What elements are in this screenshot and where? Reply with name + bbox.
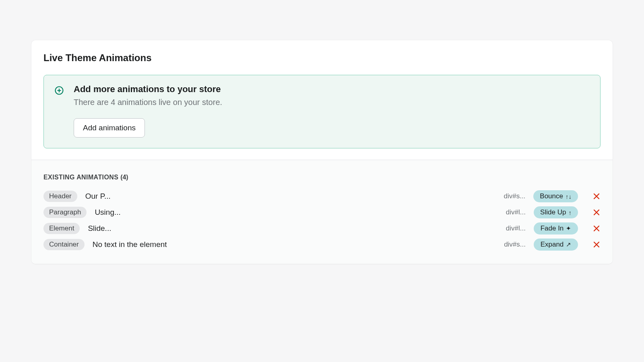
animation-type-pill[interactable]: Expand↗ [534, 239, 578, 251]
animation-row: ElementSlide...div#l...Fade In✦ [43, 220, 601, 237]
element-content-text: No text in the element [93, 240, 167, 249]
section-count: (4) [120, 174, 128, 181]
element-selector: div#l... [493, 224, 526, 232]
element-selector: div#s... [493, 241, 526, 249]
element-selector: div#l... [493, 208, 526, 216]
animation-row: ParagraphUsing...div#l...Slide Up↑ [43, 204, 601, 220]
animation-type-pill[interactable]: Slide Up↑ [534, 206, 578, 218]
section-label-text: EXISTING ANIMATIONS [43, 174, 118, 181]
card-top: Live Theme Animations Add more animation… [31, 40, 613, 160]
animation-type-pill[interactable]: Bounce↑↓ [533, 190, 578, 202]
card-bottom: EXISTING ANIMATIONS (4) HeaderOur P...di… [31, 160, 613, 264]
banner-subtext: There are 4 animations live on your stor… [74, 98, 590, 107]
animation-row: ContainerNo text in the elementdiv#s...E… [43, 237, 601, 253]
element-content-text: Slide... [88, 224, 111, 233]
element-selector: div#s... [493, 192, 525, 200]
animations-list: HeaderOur P...div#s...Bounce↑↓ParagraphU… [43, 188, 601, 253]
animation-row: HeaderOur P...div#s...Bounce↑↓ [43, 188, 601, 204]
banner-heading: Add more animations to your store [74, 84, 590, 95]
animation-name: Expand [541, 241, 564, 249]
element-type-tag: Header [43, 191, 77, 202]
delete-icon[interactable] [592, 241, 601, 249]
animations-card: Live Theme Animations Add more animation… [31, 40, 613, 264]
element-type-tag: Element [43, 223, 80, 234]
add-circle-icon [54, 86, 64, 95]
page-title: Live Theme Animations [43, 52, 601, 64]
info-banner: Add more animations to your store There … [43, 75, 601, 148]
existing-animations-label: EXISTING ANIMATIONS (4) [43, 174, 601, 181]
animation-glyph-icon: ↗ [566, 241, 571, 248]
animation-glyph-icon: ✦ [566, 225, 571, 232]
banner-body: Add more animations to your store There … [74, 84, 590, 138]
element-type-tag: Container [43, 239, 85, 250]
animation-glyph-icon: ↑↓ [566, 193, 572, 200]
animation-name: Bounce [540, 192, 563, 200]
animation-name: Fade In [541, 224, 564, 232]
animation-name: Slide Up [540, 208, 566, 216]
element-content-text: Our P... [85, 192, 111, 201]
animation-type-pill[interactable]: Fade In✦ [534, 222, 578, 234]
element-content-text: Using... [95, 208, 120, 217]
element-type-tag: Paragraph [43, 207, 87, 218]
delete-icon[interactable] [592, 208, 601, 216]
animation-glyph-icon: ↑ [568, 209, 572, 216]
delete-icon[interactable] [592, 224, 601, 232]
delete-icon[interactable] [592, 192, 601, 200]
add-animations-button[interactable]: Add animations [74, 118, 145, 138]
